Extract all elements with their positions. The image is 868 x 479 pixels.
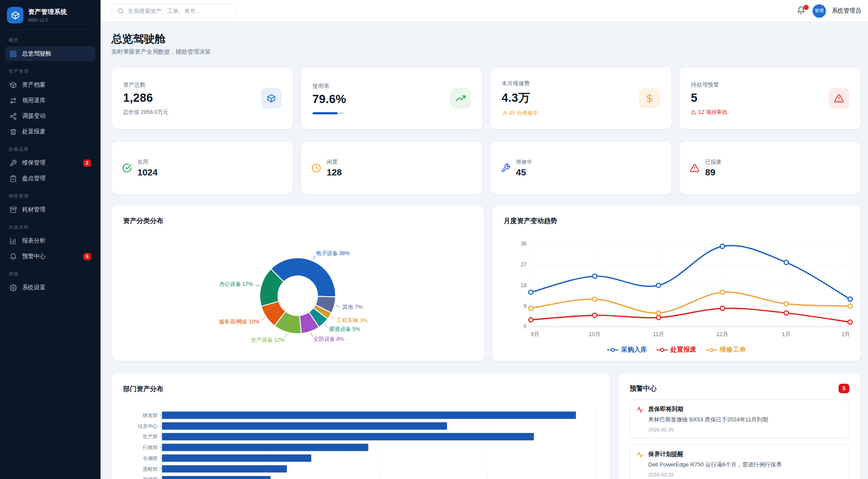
- main-content: 总览驾驶舱 实时掌握资产全局数据，辅助管理决策 资产总数 1,286 总价值 2…: [101, 22, 868, 479]
- legend-marker-icon: [657, 348, 668, 352]
- sidebar-section-system: 系统: [9, 271, 92, 277]
- stat-label: 使用率: [312, 82, 346, 90]
- maintenance-badge: 2: [83, 159, 91, 167]
- legend-item-2[interactable]: 维修工单: [706, 346, 746, 354]
- sidebar-item-label: 处置报废: [22, 128, 46, 136]
- donut-label-line: [336, 305, 340, 306]
- data-point[interactable]: [784, 260, 788, 265]
- data-point[interactable]: [592, 297, 597, 301]
- sidebar-item-inventory-check[interactable]: 盘点管理: [5, 171, 95, 186]
- sidebar-item-checkout-return[interactable]: 领用退库: [5, 93, 95, 108]
- x-axis-tick: 12月: [716, 331, 728, 337]
- sidebar-section-decision: 决策支持: [9, 224, 92, 230]
- sidebar-item-dashboard[interactable]: 总览驾驶舱: [5, 46, 95, 61]
- search-input[interactable]: [128, 8, 231, 14]
- sidebar-item-consumables[interactable]: 耗材管理: [5, 202, 95, 217]
- alert-triangle-icon: [691, 110, 696, 115]
- global-search[interactable]: [112, 4, 237, 18]
- sidebar-item-transfer[interactable]: 调拨变动: [5, 109, 95, 123]
- bell-icon: [10, 253, 17, 260]
- notifications-button[interactable]: [797, 6, 806, 16]
- legend-marker-icon: [607, 348, 618, 352]
- status-value: 128: [327, 167, 342, 178]
- data-point[interactable]: [720, 306, 725, 311]
- stat-card-total-assets: 资产总数 1,286 总价值 2856.0万元: [111, 67, 293, 129]
- sidebar-item-label: 维保管理: [22, 159, 46, 167]
- usage-progress: [312, 112, 344, 114]
- data-point[interactable]: [657, 315, 661, 320]
- data-point[interactable]: [592, 274, 597, 278]
- legend-label: 处置报废: [670, 346, 696, 354]
- bar[interactable]: [162, 454, 312, 462]
- sidebar-item-settings[interactable]: 系统设置: [5, 280, 95, 295]
- line-series-2: [531, 292, 850, 313]
- monthly-trend-chart-card: 月度资产变动趋势 091827369月10月11月12月1月2月 采购入库处置报…: [492, 205, 861, 361]
- data-point[interactable]: [720, 244, 725, 249]
- bar[interactable]: [162, 411, 576, 419]
- sidebar-item-label: 系统设置: [22, 284, 46, 291]
- donut-label-line: [262, 318, 265, 320]
- status-label: 在用: [137, 159, 158, 166]
- sidebar-item-label: 调拨变动: [22, 112, 46, 120]
- bar-chart-icon: [10, 237, 17, 245]
- sidebar-item-label: 耗材管理: [22, 206, 46, 214]
- sidebar-item-maintenance[interactable]: 维保管理 2: [5, 155, 95, 170]
- data-point[interactable]: [529, 318, 533, 322]
- bar[interactable]: [162, 444, 368, 451]
- data-point[interactable]: [720, 290, 725, 295]
- topbar: 管理 系统管理员: [101, 0, 868, 22]
- wrench-icon: [10, 159, 17, 167]
- chart-title: 资产分类分布: [123, 217, 163, 226]
- sidebar-item-reports[interactable]: 报表分析: [5, 233, 95, 248]
- share-nodes-icon: [10, 113, 17, 120]
- donut-label-line: [313, 256, 315, 260]
- data-point[interactable]: [848, 320, 852, 324]
- alert-item-maintenance-plan[interactable]: 保养计划提醒 Dell PowerEdge R750 运行满6个月，需进行例行保…: [630, 444, 849, 479]
- avatar[interactable]: 管理: [813, 4, 826, 18]
- legend-item-1[interactable]: 处置报废: [657, 346, 696, 354]
- data-point[interactable]: [592, 313, 597, 317]
- donut-label-line: [256, 285, 260, 286]
- data-point[interactable]: [529, 306, 533, 311]
- sidebar-item-asset-archive[interactable]: 资产档案: [5, 78, 95, 92]
- app-window: 资产管理系统 AMS v2.0 概览 总览驾驶舱 资产管理 资产档案 领用退库 …: [0, 0, 868, 479]
- alert-item-date: 2026-02-25: [648, 472, 782, 477]
- y-axis-tick: 9: [523, 303, 527, 309]
- data-point[interactable]: [529, 290, 533, 295]
- stat-sub: 总价值 2856.0万元: [123, 109, 168, 116]
- donut-label: 电子设备 38%: [316, 250, 350, 256]
- user-name[interactable]: 系统管理员: [832, 7, 861, 15]
- bar[interactable]: [162, 433, 534, 440]
- check-circle-icon: [122, 163, 132, 173]
- stat-value: 5: [691, 91, 727, 105]
- data-point[interactable]: [848, 297, 852, 301]
- sidebar-section-assets: 资产管理: [9, 68, 92, 74]
- stat-sub-text: 45 台维修中: [509, 110, 538, 117]
- legend-label: 维修工单: [720, 346, 746, 354]
- sidebar-item-label: 盘点管理: [22, 175, 46, 182]
- legend-item-0[interactable]: 采购入库: [607, 346, 647, 354]
- bar[interactable]: [162, 465, 287, 473]
- stat-value: 4.3万: [502, 90, 538, 106]
- status-card-in-use: 在用 1024: [111, 141, 293, 194]
- data-point[interactable]: [784, 301, 788, 306]
- stat-label: 资产总数: [123, 81, 168, 89]
- sidebar-item-disposal[interactable]: 处置报废: [5, 124, 95, 139]
- bar[interactable]: [162, 422, 447, 430]
- sidebar-item-label: 领用退库: [22, 97, 46, 104]
- alert-count-badge: 5: [839, 384, 849, 393]
- donut-slice-0[interactable]: [271, 258, 335, 297]
- archive-icon: [10, 206, 17, 214]
- app-logo-icon: [7, 7, 23, 23]
- data-point[interactable]: [657, 311, 661, 315]
- bar[interactable]: [162, 476, 271, 479]
- clock-icon: [312, 163, 321, 173]
- box-icon: [11, 11, 20, 20]
- data-point[interactable]: [848, 304, 852, 308]
- alert-item-warranty[interactable]: 质保即将到期 奥林巴斯显微镜 BX53 质保已于2024年11月到期 2026-…: [630, 399, 849, 438]
- status-card-idle: 闲置 128: [301, 141, 483, 194]
- stat-card-usage-rate: 使用率 79.6%: [301, 67, 483, 129]
- data-point[interactable]: [784, 311, 788, 315]
- data-point[interactable]: [657, 283, 661, 288]
- sidebar-item-alert-center[interactable]: 预警中心 5: [5, 249, 95, 264]
